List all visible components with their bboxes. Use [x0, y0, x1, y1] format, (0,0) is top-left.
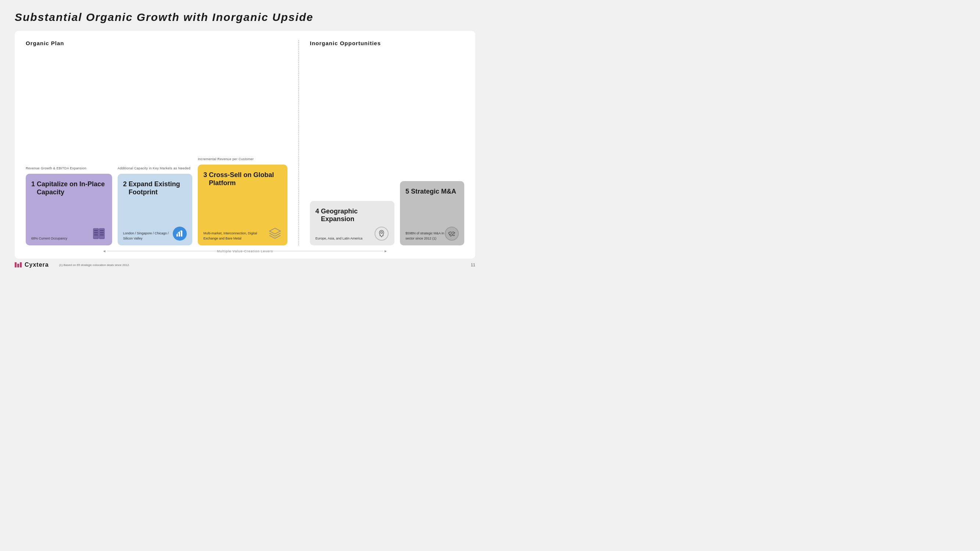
arrow-label: Multiple Value-Creation Levers [217, 249, 273, 253]
arrow-right: ► [384, 249, 387, 253]
page: Substantial Organic Growth with Inorgani… [0, 0, 490, 275]
arrow-left: ◄ [103, 249, 106, 253]
card2-title: Expand Existing Footprint [129, 180, 187, 196]
card5-bottom: $59BN of strategic M&A in sector since 2… [406, 226, 459, 241]
svg-rect-5 [100, 230, 103, 231]
card-5: 5 Strategic M&A $59BN of strategic M&A i… [400, 181, 464, 245]
svg-rect-9 [179, 232, 180, 237]
card2-wrapper: Additional Capacity in Key Markets as Ne… [118, 166, 192, 245]
handshake-svg [448, 230, 456, 238]
card4-wrapper: placeholder 4 Geographic Expansion Europ… [310, 193, 395, 245]
card3-bottom: Multi-market, Interconnection, Digital E… [203, 226, 282, 241]
card4-number: 4 [315, 208, 319, 215]
card1-number: 1 [31, 180, 35, 188]
card4-icon [374, 226, 389, 241]
logo-bar-2 [17, 264, 19, 267]
svg-rect-8 [177, 234, 178, 237]
svg-rect-2 [94, 230, 98, 231]
handshake-icon [445, 227, 459, 241]
page-number: 11 [471, 263, 475, 267]
card5-desc: $59BN of strategic M&A in sector since 2… [406, 231, 445, 241]
organic-plan-section: Organic Plan Revenue Growth & EBITDA Exp… [26, 40, 299, 245]
card5-header: 5 Strategic M&A [406, 188, 459, 199]
svg-rect-7 [100, 234, 103, 235]
card2-desc: London / Singapore / Chicago / Silicon V… [123, 231, 173, 241]
card1-title-row: 1 Capitalize on In-Place Capacity [31, 180, 107, 199]
card4-bottom: Europe, Asia, and Latin America [315, 226, 389, 241]
card1-above-label: Revenue Growth & EBITDA Expansion [26, 166, 112, 171]
card5-title: Strategic M&A [411, 188, 456, 196]
arrow-row: ◄ ► Multiple Value-Creation Levers [26, 245, 464, 253]
inorganic-opps-label: Inorganic Opportunities [310, 40, 464, 46]
card-3: 3 Cross-Sell on Global Platform Multi-ma… [198, 165, 288, 245]
card3-icon [268, 226, 282, 241]
card1-wrapper: Revenue Growth & EBITDA Expansion 1 Capi… [26, 166, 112, 245]
page-title: Substantial Organic Growth with Inorgani… [15, 11, 475, 24]
svg-rect-6 [100, 232, 103, 233]
inorganic-opps-section: Inorganic Opportunities placeholder 4 Ge… [310, 40, 464, 245]
card2-icon [173, 226, 187, 241]
card5-title-row: 5 Strategic M&A [406, 188, 459, 199]
svg-point-12 [381, 232, 383, 233]
card2-bottom: London / Singapore / Chicago / Silicon V… [123, 226, 187, 241]
logo-area: Cyxtera (1) Based on 65 strategic coloca… [15, 262, 130, 268]
card3-title-row: 3 Cross-Sell on Global Platform [203, 171, 282, 190]
footnote-text: (1) Based on 65 strategic colocation dea… [59, 264, 130, 267]
svg-rect-10 [181, 231, 182, 237]
card4-desc: Europe, Asia, and Latin America [315, 236, 363, 241]
card2-number: 2 [123, 180, 127, 188]
chart-svg [176, 230, 184, 238]
svg-rect-4 [94, 234, 98, 235]
card5-wrapper: placeholder 5 Strategic M&A $59BN of str… [400, 173, 464, 245]
card3-above-label: Incremental Revenue per Customer [198, 157, 288, 162]
card2-title-row: 2 Expand Existing Footprint [123, 180, 187, 199]
card3-header: 3 Cross-Sell on Global Platform [203, 171, 282, 190]
card1-icon [92, 226, 107, 241]
card5-number: 5 [406, 188, 409, 195]
location-icon [375, 227, 388, 241]
inorganic-cards-row: placeholder 4 Geographic Expansion Europ… [310, 52, 464, 245]
card4-title: Geographic Expansion [321, 208, 389, 223]
arrow-container: ◄ ► Multiple Value-Creation Levers [103, 249, 387, 253]
card1-header: 1 Capitalize on In-Place Capacity [31, 180, 107, 199]
sections-row: Organic Plan Revenue Growth & EBITDA Exp… [26, 40, 464, 245]
logo-bars [15, 262, 22, 267]
card1-desc: 68% Current Occupancy [31, 236, 67, 241]
card-1: 1 Capitalize on In-Place Capacity 68% Cu… [26, 174, 112, 245]
svg-rect-3 [94, 232, 98, 233]
card4-header: 4 Geographic Expansion [315, 208, 389, 226]
card-2: 2 Expand Existing Footprint London / Sin… [118, 174, 192, 245]
card2-header: 2 Expand Existing Footprint [123, 180, 187, 199]
organic-cards-row: Revenue Growth & EBITDA Expansion 1 Capi… [26, 52, 288, 245]
card1-bottom: 68% Current Occupancy [31, 226, 107, 241]
card3-desc: Multi-market, Interconnection, Digital E… [203, 231, 268, 241]
svg-marker-11 [269, 228, 280, 234]
server-icon [92, 226, 107, 241]
organic-plan-label: Organic Plan [26, 40, 288, 46]
pin-svg [377, 230, 386, 238]
card3-wrapper: Incremental Revenue per Customer 3 Cross… [198, 157, 288, 245]
card2-above-label: Additional Capacity in Key Markets as Ne… [118, 166, 192, 171]
card4-title-row: 4 Geographic Expansion [315, 208, 389, 226]
logo-bar-3 [20, 262, 22, 267]
card1-title: Capitalize on In-Place Capacity [37, 180, 107, 196]
card3-title: Cross-Sell on Global Platform [209, 171, 282, 187]
chart-icon [173, 227, 187, 241]
main-card: Organic Plan Revenue Growth & EBITDA Exp… [15, 31, 475, 259]
card3-number: 3 [203, 171, 207, 179]
card-4: 4 Geographic Expansion Europe, Asia, and… [310, 201, 395, 245]
footer-row: Cyxtera (1) Based on 65 strategic coloca… [15, 259, 475, 268]
logo-bar-1 [15, 262, 16, 267]
logo-text: Cyxtera [25, 262, 49, 268]
layers-icon [268, 227, 282, 241]
card5-icon [445, 226, 459, 241]
